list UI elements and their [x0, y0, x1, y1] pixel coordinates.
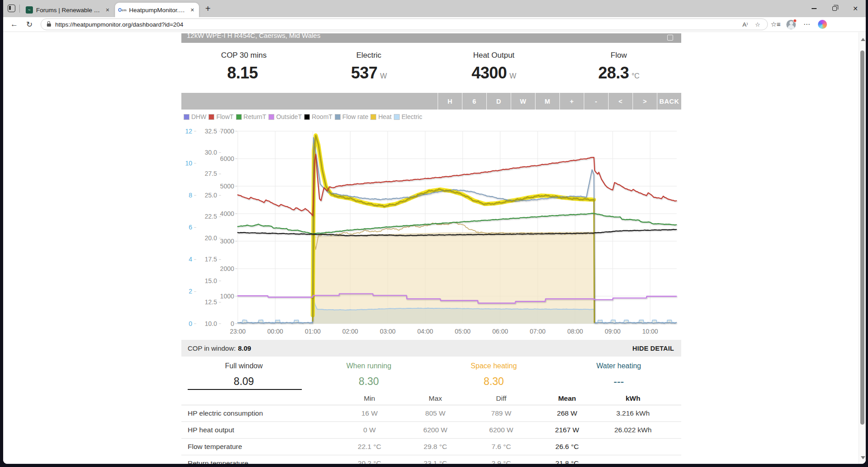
close-tab-icon[interactable]: ✕ — [105, 6, 111, 14]
range-button-h[interactable]: H — [438, 93, 462, 110]
summary-when-running[interactable]: When running 8.30 — [306, 357, 431, 392]
notification-dot — [793, 19, 797, 23]
copilot-icon[interactable] — [818, 20, 827, 29]
svg-text:27.5: 27.5 — [205, 170, 217, 177]
tab-separator — [19, 5, 20, 13]
svg-text:8: 8 — [189, 192, 192, 199]
cop-window-value: 8.09 — [238, 344, 251, 352]
browser-url-bar: ← ↻ https://heatpumpmonitor.org/dashboar… — [3, 17, 866, 32]
range-button-d[interactable]: D — [486, 93, 511, 110]
profile-avatar[interactable] — [786, 20, 796, 29]
close-window-button[interactable]: ✕ — [845, 0, 866, 17]
svg-text:05:00: 05:00 — [455, 328, 471, 335]
range-button-6[interactable]: 6 — [462, 93, 486, 110]
svg-text:09:00: 09:00 — [605, 328, 620, 335]
legend-item-dhw[interactable]: DHW — [184, 113, 206, 120]
svg-text:2000: 2000 — [220, 265, 234, 272]
legend-item-outsidet[interactable]: OutsideT — [268, 113, 302, 120]
svg-text:25.0: 25.0 — [205, 192, 217, 199]
stat-heat-output: Heat Output 4300W — [431, 43, 556, 93]
legend-swatch — [268, 114, 274, 120]
legend-item-flowt[interactable]: FlowT — [208, 113, 233, 120]
page-scrollbar[interactable] — [859, 32, 866, 464]
svg-text:15.0: 15.0 — [205, 277, 217, 284]
svg-text:5000: 5000 — [220, 183, 234, 190]
refresh-icon[interactable]: ↻ — [26, 20, 32, 29]
legend-swatch — [184, 114, 189, 120]
read-aloud-icon[interactable]: A⁾ — [743, 21, 748, 28]
settings-more-icon[interactable]: ⋯ — [799, 20, 814, 28]
url-text[interactable]: https://heatpumpmonitor.org/dashboard?id… — [55, 21, 183, 28]
tab-heatpumpmonitor[interactable]: Oem HeatpumpMonitor.org ✕ — [115, 3, 199, 17]
back-icon[interactable]: ← — [10, 20, 18, 29]
scroll-down-icon[interactable] — [861, 456, 865, 459]
series-roomt — [238, 229, 676, 236]
range-button-w[interactable]: W — [511, 93, 535, 110]
svg-text:22.5: 22.5 — [205, 213, 217, 220]
scrollbar-thumb[interactable] — [860, 50, 864, 425]
svg-text:3000: 3000 — [220, 238, 234, 245]
legend-label: Electric — [402, 113, 422, 120]
openenergymonitor-favicon: Oem — [119, 6, 126, 14]
svg-text:06:00: 06:00 — [492, 328, 508, 335]
dashboard-page: 12kW WPE-I H R454C, Caersws, Mid Wales C… — [3, 32, 866, 464]
chart-area: DHWFlowTReturnTOutsideTRoomTFlow rateHea… — [181, 110, 681, 340]
summary-full-window[interactable]: Full window 8.09 — [181, 357, 306, 392]
summary-water-heating[interactable]: Water heating --- — [556, 357, 681, 392]
svg-text:1000: 1000 — [220, 293, 234, 300]
hide-detail-button[interactable]: HIDE DETAIL — [633, 345, 674, 352]
restore-button[interactable] — [824, 0, 845, 17]
scroll-up-icon[interactable] — [861, 38, 865, 41]
range-button--[interactable]: - — [584, 93, 608, 110]
renewable-heating-hub-favicon: ~ — [26, 6, 33, 14]
legend-label: DHW — [191, 113, 206, 120]
svg-text:01:00: 01:00 — [305, 328, 321, 335]
svg-text:6: 6 — [189, 224, 192, 231]
legend-item-returnt[interactable]: ReturnT — [236, 113, 267, 120]
cop-window-label: COP in window: — [188, 344, 235, 352]
legend-label: Flow rate — [342, 113, 369, 120]
collections-icon[interactable]: ☆≡ — [768, 20, 783, 28]
svg-text:00:00: 00:00 — [268, 328, 283, 335]
stats-table: Min Max Diff Mean kWh HP electric consum… — [181, 392, 681, 464]
svg-text:08:00: 08:00 — [567, 328, 583, 335]
legend-label: RoomT — [312, 113, 332, 120]
range-button-+[interactable]: + — [559, 93, 584, 110]
tab-actions-icon[interactable] — [8, 5, 15, 12]
expand-icon[interactable] — [667, 35, 673, 41]
lock-icon — [47, 23, 51, 27]
range-button-m[interactable]: M — [535, 93, 559, 110]
range-button-<[interactable]: < — [608, 93, 633, 110]
favorite-star-icon[interactable]: ☆ — [755, 21, 761, 28]
close-tab-icon[interactable]: ✕ — [189, 6, 195, 14]
svg-text:0: 0 — [189, 320, 192, 327]
address-field[interactable]: https://heatpumpmonitor.org/dashboard?id… — [41, 18, 768, 30]
timeseries-chart[interactable]: 02468101210.012.515.017.520.022.525.027.… — [181, 110, 681, 340]
svg-text:32.5: 32.5 — [205, 128, 217, 135]
svg-text:12.5: 12.5 — [205, 298, 217, 306]
legend-label: Heat — [378, 113, 392, 120]
legend-swatch — [370, 114, 376, 120]
legend-swatch — [208, 114, 214, 120]
range-button->[interactable]: > — [633, 93, 657, 110]
legend-item-flow-rate[interactable]: Flow rate — [335, 113, 369, 120]
range-button-back[interactable]: BACK — [657, 93, 681, 110]
legend-label: OutsideT — [276, 113, 302, 120]
legend-swatch — [304, 114, 310, 120]
station-header-bar: 12kW WPE-I H R454C, Caersws, Mid Wales — [181, 33, 681, 43]
legend-item-heat[interactable]: Heat — [370, 113, 392, 120]
live-stats-row: COP 30 mins 8.15 Electric 537W Heat Outp… — [181, 43, 681, 93]
legend-label: ReturnT — [244, 113, 267, 120]
minimize-button[interactable] — [803, 0, 824, 17]
legend-item-electric[interactable]: Electric — [394, 113, 422, 120]
summary-space-heating[interactable]: Space heating 8.30 — [431, 357, 556, 392]
legend-item-roomt[interactable]: RoomT — [304, 113, 332, 120]
svg-text:10:00: 10:00 — [642, 328, 658, 335]
legend-swatch — [335, 114, 341, 120]
table-row: Return temperature 20.2 °C 23.1 °C 2.9 °… — [181, 455, 681, 464]
stat-flow: Flow 28.3°C — [556, 43, 681, 93]
tab-forums[interactable]: ~ Forums | Renewable Heating Hub ✕ — [22, 3, 114, 17]
svg-text:10.0: 10.0 — [205, 320, 217, 327]
new-tab-button[interactable]: + — [205, 4, 211, 14]
table-row: Flow temperature 22.1 °C 29.8 °C 7.6 °C … — [181, 439, 681, 455]
